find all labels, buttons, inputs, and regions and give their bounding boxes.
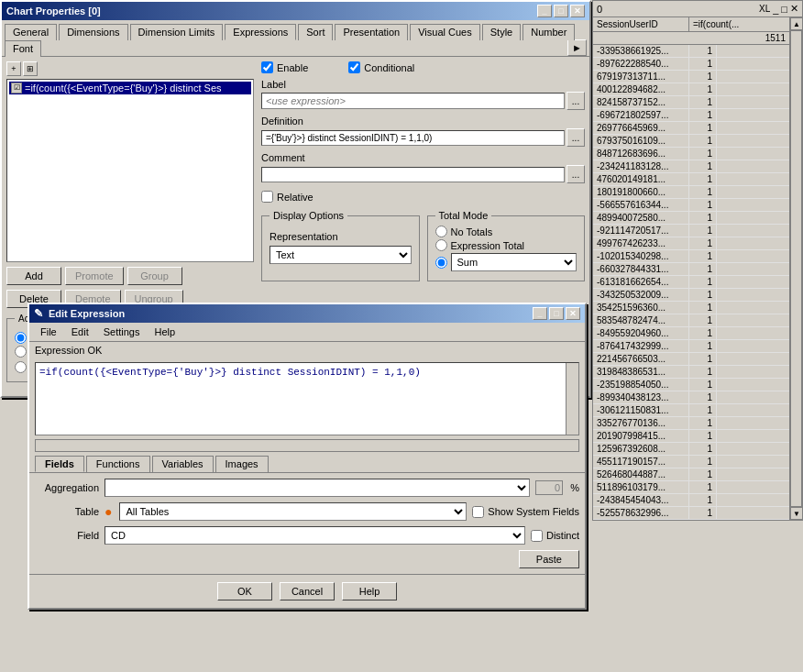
table-row[interactable]: 476020149181... 1 <box>593 173 789 186</box>
tab-nav-right[interactable]: ► <box>567 39 587 56</box>
minimize-button[interactable]: _ <box>537 5 552 17</box>
table-row[interactable]: 335276770136... 1 <box>593 417 789 430</box>
table-row[interactable]: 679375016109... 1 <box>593 135 789 148</box>
table-row[interactable]: 221456766503... 1 <box>593 353 789 366</box>
add-button[interactable]: Add <box>6 267 61 285</box>
cancel-button[interactable]: Cancel <box>280 582 335 600</box>
scroll-up-arrow[interactable]: ▲ <box>790 17 803 30</box>
close-button[interactable]: ✕ <box>570 5 585 17</box>
tab-presentation[interactable]: Presentation <box>335 24 408 40</box>
table-row[interactable]: 499767426233... 1 <box>593 237 789 250</box>
sum-radio[interactable] <box>435 257 447 269</box>
data-table-restore[interactable]: □ <box>781 4 787 15</box>
tab-expressions[interactable]: Expressions <box>225 24 296 40</box>
data-table-vscrollbar[interactable]: ▲ ▼ <box>789 17 802 520</box>
table-row[interactable]: -897622288540... 1 <box>593 58 789 71</box>
restore-button[interactable]: □ <box>554 5 568 17</box>
comment-ellipsis-button[interactable]: ... <box>566 165 585 183</box>
show-system-fields-checkbox[interactable] <box>472 506 484 518</box>
help-button[interactable]: Help <box>342 582 397 600</box>
menu-file[interactable]: File <box>33 325 64 339</box>
group-button[interactable]: Group <box>127 267 182 285</box>
tab-style[interactable]: Style <box>482 24 521 40</box>
table-row[interactable]: -525578632996... 1 <box>593 507 789 520</box>
table-row[interactable]: 125967392608... 1 <box>593 443 789 456</box>
table-row[interactable]: -339538661925... 1 <box>593 45 789 58</box>
representation-select[interactable]: Text <box>270 246 412 264</box>
expr-list-box[interactable]: ☑ =if(count({<EventType={'Buy'}>} distin… <box>6 79 254 262</box>
tab-general[interactable]: General <box>5 24 57 40</box>
menu-edit[interactable]: Edit <box>64 325 96 339</box>
enable-checkbox[interactable] <box>261 61 273 73</box>
table-select[interactable]: All Tables <box>119 502 467 521</box>
edit-expr-close[interactable]: ✕ <box>566 307 580 320</box>
expression-textarea[interactable] <box>36 363 566 435</box>
table-row[interactable]: 848712683696... 1 <box>593 148 789 160</box>
data-table-minimize[interactable]: _ <box>773 4 778 15</box>
expr-total-radio[interactable] <box>435 239 447 251</box>
table-row[interactable]: 824158737152... 1 <box>593 96 789 109</box>
edit-expr-restore[interactable]: □ <box>549 307 564 320</box>
tab-dimension-limits[interactable]: Dimension Limits <box>130 24 224 40</box>
table-row[interactable]: -849559204960... 1 <box>593 327 789 340</box>
table-row[interactable]: -566557616344... 1 <box>593 199 789 212</box>
table-row[interactable]: -235198854050... 1 <box>593 379 789 391</box>
table-row[interactable]: 583548782474... 1 <box>593 314 789 327</box>
table-row[interactable]: -613181662654... 1 <box>593 276 789 289</box>
table-row[interactable]: 679197313711... 1 <box>593 71 789 83</box>
paste-button[interactable]: Paste <box>519 550 579 568</box>
conditional-checkbox[interactable] <box>348 61 360 73</box>
table-row[interactable]: -243845454043... 1 <box>593 494 789 507</box>
inner-tab-fields[interactable]: Fields <box>35 456 84 472</box>
table-row[interactable]: -660327844331... 1 <box>593 263 789 276</box>
table-row[interactable]: 180191800660... 1 <box>593 186 789 199</box>
definition-input[interactable] <box>261 130 565 146</box>
data-table-close[interactable]: ✕ <box>790 3 798 15</box>
field-select[interactable]: CD <box>104 526 525 545</box>
table-row[interactable]: -343250532009... 1 <box>593 289 789 302</box>
inner-tab-variables[interactable]: Variables <box>152 456 214 472</box>
ok-button[interactable]: OK <box>217 582 272 600</box>
inner-tab-images[interactable]: Images <box>215 456 269 472</box>
no-totals-radio[interactable] <box>435 226 447 237</box>
menu-settings[interactable]: Settings <box>96 325 148 339</box>
tab-dimensions[interactable]: Dimensions <box>59 24 127 40</box>
table-row[interactable]: 489940072580... 1 <box>593 212 789 225</box>
table-row[interactable]: 400122894682... 1 <box>593 83 789 96</box>
label-ellipsis-button[interactable]: ... <box>566 92 585 110</box>
tab-font[interactable]: Font <box>5 40 41 57</box>
table-row[interactable]: -921114720517... 1 <box>593 225 789 237</box>
tree-small-button[interactable]: ⊞ <box>23 61 38 76</box>
relative-checkbox[interactable] <box>261 191 273 203</box>
table-row[interactable]: 455117190157... 1 <box>593 456 789 468</box>
table-row[interactable]: -234241183128... 1 <box>593 160 789 173</box>
sum-select[interactable]: Sum <box>451 253 578 271</box>
expr-list-item[interactable]: ☑ =if(count({<EventType={'Buy'}>} distin… <box>9 82 251 94</box>
expr-hscrollbar[interactable] <box>35 439 579 452</box>
scroll-down-arrow[interactable]: ▼ <box>790 507 803 520</box>
definition-ellipsis-button[interactable]: ... <box>566 128 585 147</box>
table-row[interactable]: -696721802597... 1 <box>593 109 789 122</box>
table-row[interactable]: 201907998415... 1 <box>593 430 789 443</box>
table-row[interactable]: 511896103179... 1 <box>593 481 789 494</box>
accum-radio[interactable] <box>15 361 27 373</box>
table-row[interactable]: -899340438123... 1 <box>593 391 789 404</box>
add-small-button[interactable]: + <box>6 61 21 76</box>
distinct-checkbox[interactable] <box>531 530 543 542</box>
promote-button[interactable]: Promote <box>65 267 124 285</box>
table-row[interactable]: 354251596360... 1 <box>593 302 789 314</box>
tab-number[interactable]: Number <box>522 24 575 40</box>
percent-input[interactable] <box>535 480 563 495</box>
tab-sort[interactable]: Sort <box>298 24 333 40</box>
label-input[interactable] <box>261 93 565 109</box>
inner-tab-functions[interactable]: Functions <box>86 456 150 472</box>
menu-help[interactable]: Help <box>147 325 182 339</box>
table-row[interactable]: 319848386531... 1 <box>593 366 789 379</box>
comment-input[interactable] <box>261 167 565 182</box>
scroll-thumb[interactable] <box>790 30 802 507</box>
expr-vscrollbar[interactable] <box>566 363 578 435</box>
table-row[interactable]: -306121150831... 1 <box>593 404 789 417</box>
tab-visual-cues[interactable]: Visual Cues <box>410 24 480 40</box>
table-row[interactable]: -102015340298... 1 <box>593 250 789 263</box>
edit-expr-minimize[interactable]: _ <box>533 307 547 320</box>
